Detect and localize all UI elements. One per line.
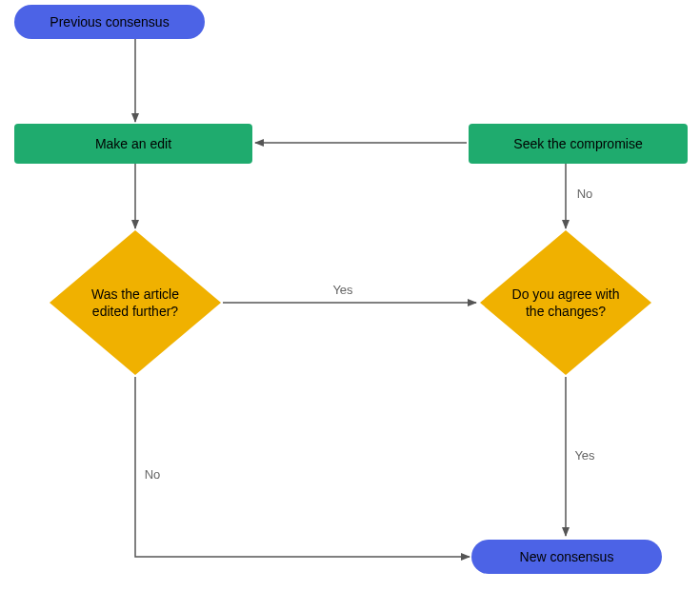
node-seek-compromise: Seek the compromise <box>469 124 688 164</box>
label-agree-no: No <box>577 187 593 201</box>
label-edited-no: No <box>145 467 161 482</box>
node-agree-changes-label-l1: Do you agree with <box>512 286 620 302</box>
node-edited-further: Was the article edited further? <box>50 230 221 375</box>
node-previous-consensus: Previous consensus <box>14 5 205 39</box>
node-make-edit-label: Make an edit <box>95 136 171 151</box>
node-new-consensus: New consensus <box>471 540 662 574</box>
node-previous-consensus-label: Previous consensus <box>50 14 169 30</box>
label-edited-yes: Yes <box>332 283 353 297</box>
node-agree-changes-label-l2: the changes? <box>526 304 606 319</box>
edge-edited-to-newconsensus <box>135 377 470 557</box>
node-edited-further-label-l2: edited further? <box>92 304 178 319</box>
node-agree-changes: Do you agree with the changes? <box>480 230 651 375</box>
node-seek-compromise-label: Seek the compromise <box>513 136 643 151</box>
node-new-consensus-label: New consensus <box>520 549 614 564</box>
node-edited-further-label-l1: Was the article <box>91 286 179 302</box>
node-make-edit: Make an edit <box>14 124 252 164</box>
label-agree-yes: Yes <box>574 448 595 463</box>
